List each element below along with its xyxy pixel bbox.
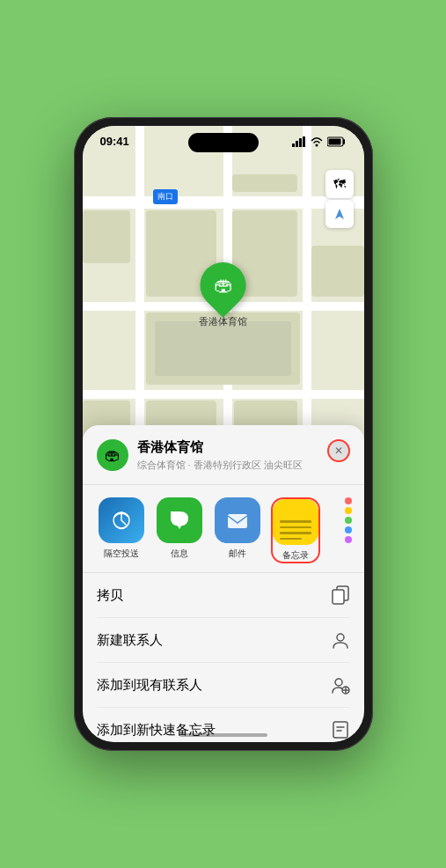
svg-point-4 xyxy=(315,143,318,146)
airdrop-label: 隔空投送 xyxy=(104,548,139,560)
share-item-notes[interactable]: 备忘录 xyxy=(271,497,320,563)
notes-line-3 xyxy=(280,532,311,534)
stadium-pin: 🏟 香港体育馆 xyxy=(199,262,247,328)
location-button[interactable] xyxy=(325,200,354,228)
map-block xyxy=(232,174,297,192)
map-road xyxy=(135,126,144,452)
share-more[interactable] xyxy=(329,497,364,563)
svg-point-11 xyxy=(337,634,344,641)
notes-line-4 xyxy=(280,538,302,541)
svg-rect-0 xyxy=(292,143,295,147)
more-dot xyxy=(345,497,352,504)
svg-rect-14 xyxy=(333,722,347,738)
more-dot xyxy=(345,507,352,514)
svg-rect-6 xyxy=(328,138,340,144)
dynamic-island xyxy=(188,133,259,152)
map-block xyxy=(83,210,130,263)
status-icons xyxy=(292,136,347,147)
notes-line-1 xyxy=(280,520,311,523)
action-list: 拷贝 新建联系人 添加到现有联系人 xyxy=(83,573,364,742)
add-contact-label: 添加到现有联系人 xyxy=(97,677,202,694)
mail-label: 邮件 xyxy=(229,548,246,560)
airdrop-icon xyxy=(99,497,144,543)
more-dot xyxy=(345,517,352,524)
new-contact-label: 新建联系人 xyxy=(97,632,163,649)
svg-rect-2 xyxy=(299,138,302,147)
place-info: 香港体育馆 综合体育馆 · 香港特别行政区 油尖旺区 xyxy=(137,439,327,472)
copy-label: 拷贝 xyxy=(97,587,123,604)
map-road xyxy=(303,126,311,452)
more-circles xyxy=(325,497,364,543)
svg-rect-10 xyxy=(333,590,344,604)
battery-icon xyxy=(327,136,347,147)
share-item-messages[interactable]: 信息 xyxy=(155,497,204,563)
new-contact-icon xyxy=(331,630,350,650)
share-item-airdrop[interactable]: 隔空投送 xyxy=(97,497,146,563)
mail-symbol xyxy=(225,508,250,533)
map-block-inner xyxy=(155,321,291,376)
phone-frame: 09:41 xyxy=(74,117,373,751)
more-dot xyxy=(345,526,352,533)
action-add-notes[interactable]: 添加到新快速备忘录 xyxy=(97,708,350,742)
add-contact-icon xyxy=(331,675,350,695)
notes-label: 备忘录 xyxy=(282,549,309,562)
home-indicator xyxy=(179,733,267,737)
svg-rect-8 xyxy=(228,514,247,528)
notes-line-2 xyxy=(280,526,311,529)
more-dot xyxy=(345,536,352,543)
mail-icon xyxy=(215,497,260,543)
messages-icon xyxy=(157,497,202,543)
copy-icon xyxy=(331,585,350,605)
map-label: 南口 xyxy=(153,189,178,204)
place-name: 香港体育馆 xyxy=(137,439,327,456)
svg-point-12 xyxy=(335,679,342,686)
messages-label: 信息 xyxy=(171,548,188,560)
add-notes-icon xyxy=(331,720,350,739)
share-row: 隔空投送 信息 xyxy=(83,485,364,573)
action-new-contact[interactable]: 新建联系人 xyxy=(97,618,350,663)
notes-icon xyxy=(273,499,318,545)
place-icon: 🏟 xyxy=(97,439,128,471)
svg-rect-1 xyxy=(296,141,298,147)
pin-stadium-icon: 🏟 xyxy=(214,274,233,297)
close-button[interactable]: ✕ xyxy=(327,439,350,462)
svg-rect-3 xyxy=(303,136,305,147)
map-controls: 🗺 xyxy=(325,170,354,228)
bottom-sheet: 🏟 香港体育馆 综合体育馆 · 香港特别行政区 油尖旺区 ✕ xyxy=(83,425,364,742)
airdrop-symbol xyxy=(109,508,134,533)
wifi-icon xyxy=(310,136,324,147)
share-item-mail[interactable]: 邮件 xyxy=(213,497,262,563)
map-block xyxy=(311,246,364,297)
place-header: 🏟 香港体育馆 综合体育馆 · 香港特别行政区 油尖旺区 ✕ xyxy=(83,439,364,485)
signal-icon xyxy=(292,136,306,147)
phone-screen: 09:41 xyxy=(83,126,364,742)
pin-icon: 🏟 xyxy=(191,253,256,318)
status-time: 09:41 xyxy=(100,135,129,148)
place-subtitle: 综合体育馆 · 香港特别行政区 油尖旺区 xyxy=(137,459,327,472)
action-copy[interactable]: 拷贝 xyxy=(97,573,350,618)
map-type-button[interactable]: 🗺 xyxy=(325,170,354,198)
messages-symbol xyxy=(167,508,192,533)
location-icon xyxy=(333,208,346,220)
action-add-contact[interactable]: 添加到现有联系人 xyxy=(97,663,350,708)
map-area: 南口 🏟 香港体育馆 🗺 xyxy=(83,126,364,452)
notes-lines xyxy=(273,499,318,545)
